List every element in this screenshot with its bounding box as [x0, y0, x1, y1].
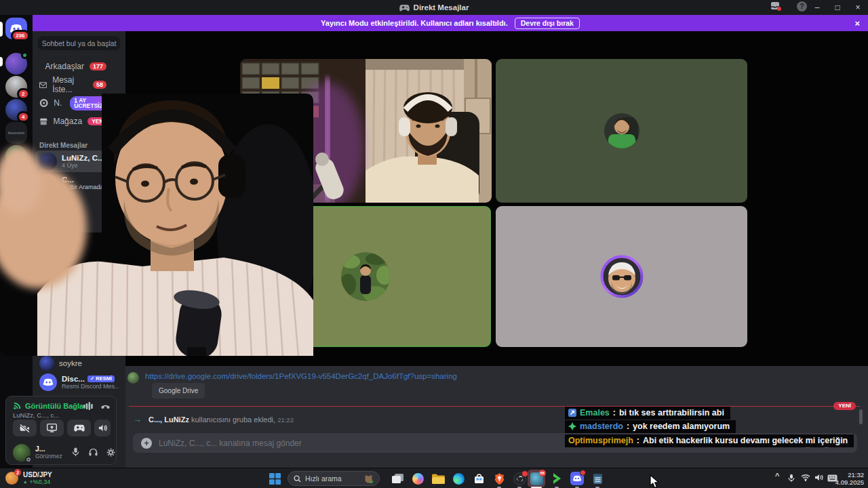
user-info[interactable]: J... Görünmez: [35, 445, 62, 460]
minimize-button[interactable]: –: [807, 0, 827, 15]
camera-toggle-button[interactable]: [13, 420, 37, 436]
task-view-icon[interactable]: [389, 470, 406, 487]
nav-message-requests[interactable]: Mesaj İste... 58: [35, 77, 123, 93]
stream-chat-row: madsterdo : yok reedem alamıyorum: [565, 420, 736, 433]
chat-username: Optimusprimejh: [568, 436, 633, 445]
user-avatar[interactable]: [13, 444, 31, 462]
banner-text: Yayıncı Modu etkinleştirildi. Kullanıcı …: [321, 19, 508, 27]
media-player-icon[interactable]: [549, 470, 565, 487]
file-explorer-icon[interactable]: [430, 470, 446, 487]
member-add-icon: →: [133, 414, 142, 424]
copilot-icon[interactable]: [410, 470, 426, 487]
mute-mic-button[interactable]: [68, 445, 82, 459]
disconnect-call-icon[interactable]: [100, 402, 111, 411]
system-text: kullanıcısını gruba ekledi,: [191, 415, 275, 424]
dm-item[interactable]: soykre: [35, 354, 123, 373]
status-invisible-dot: [25, 456, 32, 463]
system-time: 21:22: [277, 416, 294, 424]
soundboard-button[interactable]: [94, 420, 111, 436]
start-button[interactable]: [269, 473, 281, 485]
close-button[interactable]: ×: [848, 0, 868, 15]
notepad-icon[interactable]: [589, 470, 606, 487]
system-message: → C..., LuNiZz kullanıcısını gruba ekled…: [133, 414, 294, 424]
window-titlebar: Direkt Mesajlar ? – □ ×: [0, 0, 868, 15]
video-tile-participant[interactable]: [496, 206, 747, 347]
group-dm-avatar[interactable]: [5, 53, 27, 75]
nav-friends[interactable]: Arkadaşlar 177: [35, 58, 123, 75]
brave-icon[interactable]: [491, 470, 507, 487]
video-tile-participant[interactable]: [496, 59, 747, 203]
stream-chat-row: Optimusprimejh : Abi etik hackerlik kurs…: [565, 434, 854, 447]
dm-avatar: [39, 356, 54, 371]
participant-avatar: [604, 113, 639, 148]
chat-text: yok reedem alamıyorum: [633, 422, 730, 431]
active-app-icon[interactable]: 56: [528, 470, 545, 487]
new-messages-divider: [129, 406, 860, 407]
connection-channel[interactable]: LuNiZz, C..., c...: [13, 411, 59, 419]
chat-scrollbar[interactable]: [859, 409, 863, 424]
tray-speaker-icon[interactable]: [814, 474, 823, 481]
clock-date: 4.09.2025: [835, 479, 864, 486]
tray-wifi-icon[interactable]: [801, 474, 810, 481]
new-messages-badge: YENİ: [833, 402, 856, 410]
maximize-button[interactable]: □: [827, 0, 848, 15]
unread-pill: [0, 57, 3, 66]
voice-activity-icon[interactable]: [83, 402, 93, 410]
participant-avatar: [600, 255, 644, 298]
requests-badge: 58: [93, 81, 106, 89]
drive-link[interactable]: https://drive.google.com/drive/folders/1…: [145, 372, 457, 380]
link-embed-card[interactable]: Google Drive: [152, 383, 205, 399]
widget-badge: 2: [14, 469, 21, 476]
deafen-button[interactable]: [86, 445, 100, 459]
mouse-cursor: [650, 474, 660, 488]
voice-connection-panel: Görüntülü Bağlantı LuNiZz, C..., c... J.…: [5, 396, 117, 465]
message-author-avatar[interactable]: [127, 372, 139, 384]
help-icon[interactable]: ?: [797, 1, 807, 12]
clock-time: 21:32: [835, 471, 864, 479]
chat-text: bi tık ses arttırabilirsin abi: [619, 408, 724, 418]
widget-pair: USD/JPY: [23, 471, 52, 479]
disable-streamer-mode-button[interactable]: Devre dışı bırak: [515, 18, 580, 29]
friends-icon: [39, 62, 40, 71]
tray-chevron-icon[interactable]: ^: [775, 472, 779, 480]
settings-gear-icon[interactable]: [104, 445, 117, 459]
widget-change: +%0,34: [29, 479, 50, 485]
official-badge: ✓ RESMİ: [87, 375, 115, 383]
chat-message-link: https://drive.google.com/drive/folders/1…: [127, 372, 457, 384]
friends-badge: 177: [90, 62, 106, 70]
inbox-icon[interactable]: [770, 1, 781, 11]
participant-avatar: [341, 252, 390, 301]
tray-clock[interactable]: 21:32 4.09.2025: [835, 471, 864, 486]
stream-chat-row: Emales : bi tık ses arttırabilirsin abi: [565, 407, 730, 420]
active-app-badge: 56: [539, 470, 546, 476]
windows-taskbar: 2 USD/JPY ▲ +%0,34 Hızlı arama: [0, 468, 868, 488]
activities-button[interactable]: [67, 420, 91, 436]
obs-icon[interactable]: [511, 470, 528, 487]
banner-close-icon[interactable]: ×: [854, 18, 860, 28]
taskbar-widget[interactable]: 2 USD/JPY ▲ +%0,34: [5, 471, 52, 485]
dm-subtitle: Resmi Discord Mes...: [62, 383, 119, 390]
search-highlight-icon: [363, 474, 374, 484]
chat-separator: :: [637, 436, 639, 445]
home-button[interactable]: 236: [5, 18, 27, 39]
dm-item-discord-official[interactable]: Disc... ✓ RESMİ Resmi Discord Mes...: [35, 371, 123, 393]
connection-status: Görüntülü Bağlantı: [25, 402, 93, 410]
search-icon: [294, 475, 301, 483]
tray-mic-icon[interactable]: [788, 474, 795, 483]
nav-label: Arkadaşlar: [45, 62, 84, 71]
call-status-dot: [21, 52, 28, 59]
chat-username: Emales: [580, 408, 610, 418]
search-conversation-button[interactable]: Sohbet bul ya da başlat: [38, 36, 120, 50]
dm-name: Disc...: [62, 375, 85, 383]
edge-icon[interactable]: [450, 470, 467, 487]
screenshare-button[interactable]: [40, 420, 64, 436]
unread-pill: [0, 22, 3, 37]
discord-taskbar-icon[interactable]: [569, 470, 585, 487]
attach-plus-icon[interactable]: +: [141, 438, 152, 449]
taskbar-search[interactable]: Hızlı arama: [288, 471, 380, 486]
titlebar-title: Direkt Mesajlar: [399, 3, 469, 12]
microsoft-store-icon[interactable]: [471, 470, 487, 487]
discord-official-avatar: [39, 373, 57, 391]
user-status: Görünmez: [35, 453, 62, 460]
badge-blue-icon: [568, 409, 576, 417]
